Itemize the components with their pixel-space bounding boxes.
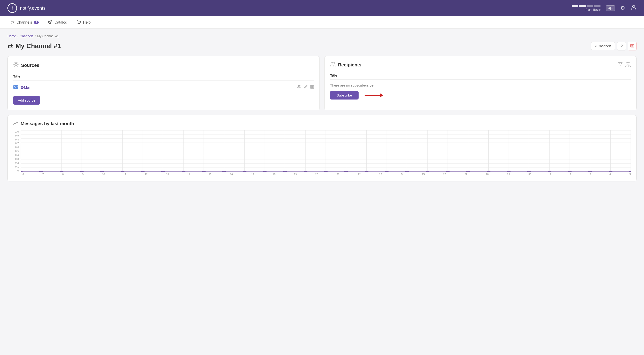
email-icon [13, 85, 18, 90]
svg-point-16 [16, 64, 16, 65]
edit-source-icon[interactable] [304, 85, 308, 90]
breadcrumb-channels[interactable]: Channels [20, 34, 33, 38]
svg-text:?: ? [78, 20, 80, 24]
svg-point-96 [446, 171, 450, 172]
svg-point-92 [365, 171, 368, 172]
svg-point-95 [426, 171, 430, 172]
svg-point-102 [568, 171, 572, 172]
sources-col-title: Title [13, 74, 20, 78]
sources-table-header: Title [13, 72, 314, 80]
cards-row: Sources Title E-Mail [8, 56, 636, 110]
svg-point-78 [80, 171, 84, 172]
chart-title: Messages by last month [20, 121, 74, 126]
plan-label: Plan: Basic [586, 8, 600, 11]
svg-point-87 [263, 171, 267, 172]
recipients-card-header: Recipients [330, 62, 631, 68]
chart-area [20, 130, 631, 172]
channels-label: Channels [16, 20, 32, 24]
sources-card: Sources Title E-Mail [8, 56, 320, 110]
language-button[interactable]: A|≡ [606, 5, 615, 11]
source-actions [297, 85, 314, 90]
title-actions: « Channels [591, 42, 636, 50]
svg-point-30 [333, 62, 335, 64]
svg-marker-33 [380, 93, 383, 98]
svg-point-90 [324, 171, 328, 172]
filter-icon[interactable] [618, 62, 622, 68]
plan-area: Plan: Basic [572, 5, 600, 11]
user-icon[interactable] [630, 4, 636, 12]
recipients-icons [618, 62, 631, 68]
plan-bar-1 [572, 5, 578, 7]
svg-point-98 [487, 171, 490, 172]
svg-point-76 [39, 171, 43, 172]
nav-item-channels[interactable]: ⇄ Channels 3 [8, 18, 42, 27]
svg-point-99 [507, 171, 511, 172]
chart-header: Messages by last month [13, 121, 631, 126]
page-title-icon: ⇄ [8, 42, 13, 50]
plan-bar-4 [594, 5, 600, 7]
edit-icon [620, 44, 624, 48]
svg-point-77 [60, 171, 64, 172]
logo-icon: ! [8, 3, 17, 13]
svg-rect-21 [14, 86, 18, 89]
delete-icon [630, 44, 634, 48]
svg-point-81 [141, 171, 145, 172]
breadcrumb-current: My Channel #1 [37, 34, 59, 38]
svg-point-105 [629, 171, 631, 172]
svg-point-97 [466, 171, 470, 172]
breadcrumb-home[interactable]: Home [8, 34, 16, 38]
recipients-col-title: Title [330, 73, 337, 77]
arrow-indicator [362, 91, 383, 100]
svg-point-94 [405, 171, 409, 172]
breadcrumb: Home / Channels / My Channel #1 [8, 34, 636, 38]
sources-card-icon [13, 62, 19, 69]
subscribe-button[interactable]: Subscribe [330, 91, 358, 100]
nav-item-help[interactable]: ? Help [73, 18, 94, 27]
header-left: ! notify.events [8, 3, 46, 13]
svg-point-93 [385, 171, 389, 172]
header: ! notify.events Plan: Basic A|≡ ⚙ [0, 0, 644, 16]
chart-card: Messages by last month 1.0 0.9 0.8 0.7 0… [8, 115, 636, 182]
plan-bars [572, 5, 600, 7]
svg-point-75 [21, 171, 23, 172]
chart-line-svg [21, 130, 631, 172]
svg-point-22 [297, 86, 301, 88]
view-source-icon[interactable] [297, 85, 302, 90]
page-title-text: My Channel #1 [16, 42, 61, 50]
recipients-card: Recipients [324, 56, 636, 110]
header-right: Plan: Basic A|≡ ⚙ [572, 4, 636, 12]
svg-point-85 [222, 171, 226, 172]
plan-bar-3 [586, 5, 593, 7]
source-row: E-Mail [13, 82, 314, 92]
chart-icon [13, 121, 18, 126]
page-title: ⇄ My Channel #1 [8, 42, 61, 50]
page-title-row: ⇄ My Channel #1 « Channels [8, 42, 636, 50]
svg-point-104 [609, 171, 612, 172]
subscribe-row: Subscribe [330, 91, 631, 100]
catalog-label: Catalog [54, 20, 67, 24]
nav-item-catalog[interactable]: Catalog [44, 18, 71, 27]
content-area: Home / Channels / My Channel #1 ⇄ My Cha… [0, 29, 644, 187]
delete-source-icon[interactable] [310, 85, 314, 90]
delete-button[interactable] [628, 42, 636, 50]
svg-rect-9 [630, 45, 634, 47]
app-name: notify.events [20, 6, 46, 11]
plan-bar-2 [579, 5, 586, 7]
recipients-table-header: Title [330, 72, 631, 80]
svg-point-23 [298, 86, 300, 88]
svg-point-91 [344, 171, 348, 172]
sources-title: Sources [21, 63, 39, 68]
add-source-button[interactable]: Add source [13, 96, 40, 104]
settings-icon[interactable]: ⚙ [620, 5, 625, 11]
arrow-svg [362, 91, 383, 100]
source-name: E-Mail [13, 85, 30, 90]
svg-point-2 [50, 21, 51, 22]
navbar: ⇄ Channels 3 Catalog ? Help [0, 16, 644, 29]
svg-point-89 [304, 171, 308, 172]
group-icon[interactable] [625, 62, 631, 68]
edit-button[interactable] [617, 42, 626, 50]
svg-point-31 [626, 62, 628, 64]
svg-rect-24 [310, 86, 314, 88]
catalog-icon [48, 20, 52, 25]
back-to-channels-button[interactable]: « Channels [591, 42, 615, 50]
